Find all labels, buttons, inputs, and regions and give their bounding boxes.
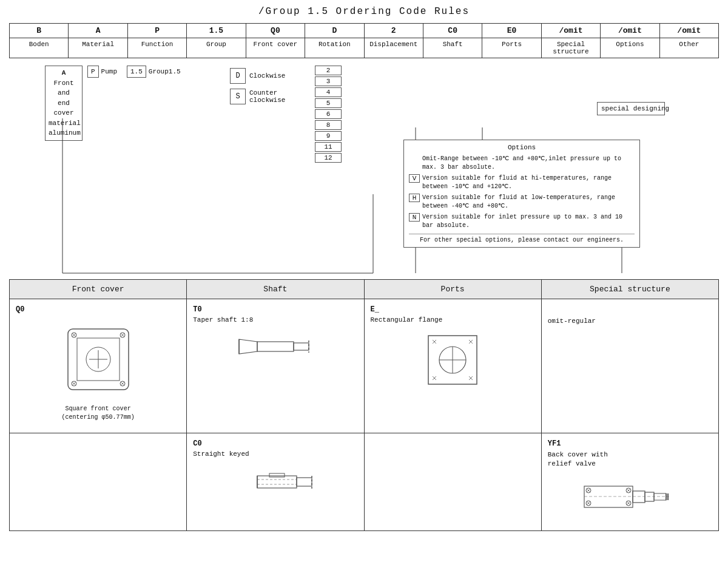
disp-2: 2: [315, 66, 342, 75]
label-rotation: Rotation: [305, 38, 364, 58]
special-omit-label: omit-regular: [548, 317, 712, 325]
svg-rect-44: [269, 473, 285, 477]
label-boden: Boden: [10, 38, 69, 58]
btc-special-2: YF1 Back cover withrelief valve: [542, 433, 718, 530]
code-B: B: [10, 24, 69, 38]
btc-ports-2: [365, 433, 542, 530]
fc-label-1: Square front cover(centering φ50.77mm): [16, 405, 180, 422]
bth-special: Special structure: [542, 280, 718, 299]
col-function: P Pump: [85, 66, 124, 78]
col-displacement-diag: 2 3 4 5 6 8 9 11 12: [312, 66, 361, 163]
material-A-box: A Front andend covermaterialaluminum: [45, 66, 83, 141]
svg-rect-64: [654, 493, 666, 500]
page: /Group 1.5 Ordering Code Rules B A P 1.5…: [0, 0, 728, 537]
btc-ports-1: E_ Rectangular flange: [365, 299, 542, 433]
diagram-area: A Front andend covermaterialaluminum P P…: [9, 61, 719, 279]
group-1.5-box: 1.5: [127, 66, 146, 78]
shaft-code-C0: C0: [193, 439, 357, 448]
opt-key-N: N: [409, 213, 420, 222]
rect-flange-svg: [422, 330, 483, 390]
bth-frontcover: Front cover: [10, 280, 187, 299]
shaft-code-T0: T0: [193, 305, 357, 314]
code-D: D: [305, 24, 364, 38]
code-omit2: /omit: [601, 24, 659, 38]
opt-desc-H: Version suitable for fluid at low-temper…: [422, 194, 635, 211]
label-shaft: Shaft: [423, 38, 482, 58]
opt-key-V: V: [409, 174, 420, 183]
bth-shaft: Shaft: [187, 280, 364, 299]
svg-rect-28: [294, 343, 309, 350]
code-row: B A P 1.5 Q0 D 2 C0 E0 /omit /omit /omit: [9, 23, 719, 38]
page-title: /Group 1.5 Ordering Code Rules: [9, 6, 719, 17]
special-code-YF1: YF1: [548, 439, 712, 448]
code-2: 2: [365, 24, 423, 38]
options-title: Options: [409, 144, 635, 151]
btc-shaft-1: T0 Taper shaft 1:8: [187, 299, 364, 433]
opt-desc-N: Version suitable for inlet pressure up t…: [422, 213, 635, 230]
code-C0: C0: [423, 24, 482, 38]
opt-desc-V: Version suitable for fluid at hi-tempera…: [422, 174, 635, 191]
svg-rect-63: [645, 492, 654, 501]
label-frontcover: Front cover: [246, 38, 305, 58]
rotation-ccw-label: Counterclockwise: [249, 89, 285, 104]
label-row: Boden Material Function Group Front cove…: [9, 38, 719, 58]
rotation-D-box: D: [230, 68, 246, 84]
label-options: Options: [601, 38, 659, 58]
code-omit1: /omit: [542, 24, 601, 38]
straight-shaft-svg: [233, 462, 318, 505]
svg-rect-62: [633, 491, 645, 503]
opt-desc-omit: Omit-Range between -10℃ and +80℃,inlet p…: [422, 155, 635, 172]
code-1.5: 1.5: [187, 24, 246, 38]
code-E0: E0: [482, 24, 541, 38]
btc-frontcover-1: Q0: [10, 299, 187, 433]
code-P: P: [128, 24, 187, 38]
ports-label-E: Rectangular flange: [371, 316, 535, 324]
code-omit3: /omit: [660, 24, 718, 38]
function-P-box: P: [87, 66, 99, 78]
bottom-header-row: Front cover Shaft Ports Special structur…: [10, 280, 718, 299]
options-footer: For other special options, please contac…: [409, 234, 635, 243]
label-ports: Ports: [482, 38, 541, 58]
rotation-S-box: S: [230, 89, 246, 104]
front-cover-svg: [59, 320, 138, 399]
btc-shaft-2: C0 Straight keyed: [187, 433, 364, 530]
shaft-label-T0: Taper shaft 1:8: [193, 316, 357, 324]
option-row-H: H Version suitable for fluid at low-temp…: [409, 194, 635, 211]
disp-12: 12: [315, 153, 342, 163]
code-A: A: [69, 24, 127, 38]
bottom-row-2: C0 Straight keyed: [10, 433, 718, 530]
rotation-cw-label: Clockwise: [249, 72, 285, 80]
btc-frontcover-2: [10, 433, 187, 530]
label-other: Other: [660, 38, 718, 58]
fc-code-Q0: Q0: [16, 305, 180, 314]
bottom-row-1: Q0: [10, 299, 718, 433]
back-cover-svg: [581, 474, 678, 517]
disp-5: 5: [315, 98, 342, 108]
taper-shaft-svg: [233, 328, 318, 365]
label-group: Group: [187, 38, 246, 58]
bottom-table: Front cover Shaft Ports Special structur…: [9, 279, 719, 531]
col-rotation-diag: D Clockwise S Counterclockwise: [228, 66, 312, 104]
disp-9: 9: [315, 131, 342, 141]
col-material: A Front andend covermaterialaluminum: [42, 66, 85, 141]
label-function: Function: [128, 38, 187, 58]
option-row-V: V Version suitable for fluid at hi-tempe…: [409, 174, 635, 191]
group-label: Group1.5: [149, 68, 181, 75]
code-Q0: Q0: [246, 24, 305, 38]
label-special: Special structure: [542, 38, 601, 58]
disp-6: 6: [315, 109, 342, 119]
svg-rect-49: [584, 486, 633, 507]
special-designing-box: special designing: [597, 102, 665, 115]
svg-marker-26: [239, 339, 257, 354]
bth-ports: Ports: [365, 280, 542, 299]
special-label-YF1: Back cover withrelief valve: [548, 450, 712, 469]
shaft-label-C0: Straight keyed: [193, 450, 357, 458]
svg-rect-45: [297, 478, 312, 486]
svg-rect-25: [257, 342, 294, 351]
option-row-omit: Omit-Range between -10℃ and +80℃,inlet p…: [409, 155, 635, 172]
opt-key-H: H: [409, 194, 420, 202]
label-displacement: Displacement: [365, 38, 423, 58]
col-group: 1.5 Group1.5: [124, 66, 179, 78]
ports-code-E: E_: [371, 305, 535, 314]
function-pump-label: Pump: [101, 68, 117, 75]
